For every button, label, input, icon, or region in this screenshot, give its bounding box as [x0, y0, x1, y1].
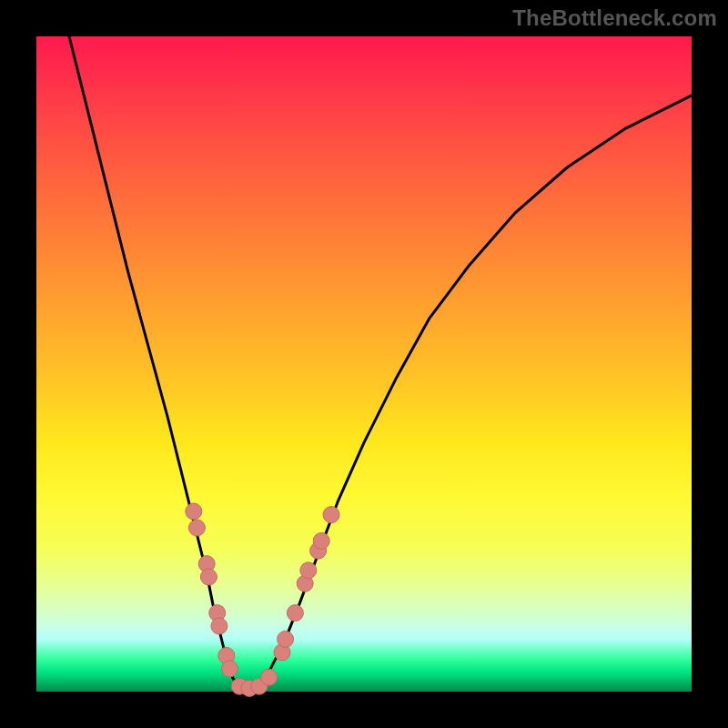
data-marker — [211, 618, 228, 634]
data-marker — [300, 562, 317, 579]
data-marker — [313, 532, 329, 549]
data-marker — [323, 507, 339, 523]
chart-frame: TheBottleneck.com — [0, 0, 728, 728]
data-marker — [221, 661, 238, 677]
data-marker — [188, 520, 205, 536]
data-markers — [186, 503, 339, 696]
data-marker — [200, 569, 217, 585]
data-marker — [287, 605, 303, 622]
plot-area — [36, 36, 692, 692]
bottleneck-curve — [69, 36, 692, 692]
data-marker — [278, 631, 294, 647]
data-marker — [261, 669, 278, 685]
attribution-label: TheBottleneck.com — [512, 5, 717, 31]
chart-svg — [36, 36, 692, 692]
data-marker — [186, 503, 202, 520]
